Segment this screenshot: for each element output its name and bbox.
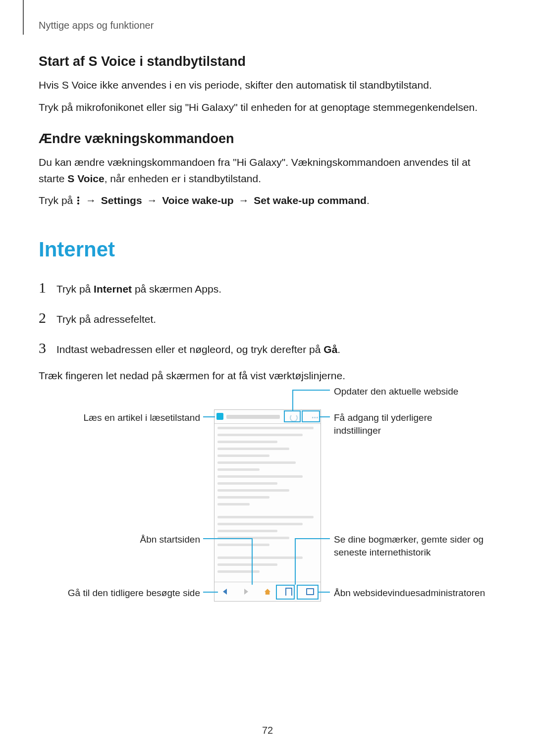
wake-period: . [367,195,370,206]
lead-refresh-h [292,390,330,391]
reader-mode-icon[interactable] [216,413,223,420]
wake-p1-b: , når enheden er i standbytilstand. [105,173,261,184]
cap-tabs: Åbn websidevinduesadministratoren [334,587,497,600]
step-1-pre: Tryk på [56,283,94,295]
step-1: 1 Tryk på Internet på skærmen Apps. [39,276,496,299]
heading-standby: Start af S Voice i standbytilstand [39,54,496,69]
breadcrumb: Nyttige apps og funktioner [39,20,496,31]
hi-more [302,410,320,422]
wake-p1-bold: S Voice [67,173,104,184]
step-2-num: 2 [39,306,47,329]
nav-forward-icon[interactable] [242,588,250,596]
wake-tap-line: Tryk på → Settings → Voice wake-up → Set… [39,193,496,210]
lead-tabs-h [319,592,330,593]
wake-settings: Settings [101,195,142,206]
step-1-bold: Internet [94,283,132,295]
hi-bookmarks [276,585,295,600]
svg-point-2 [77,202,79,204]
cap-home: Åbn startsiden [49,533,200,546]
internet-tip: Træk fingeren let nedad på skærmen for a… [39,368,496,384]
hi-tabs [297,585,319,600]
lead-more-h [320,416,330,417]
heading-wake: Ændre vækningskommandoen [39,131,496,147]
step-3-num: 3 [39,337,47,359]
nav-home-icon[interactable] [264,588,271,596]
lead-home-h1 [203,538,215,539]
lead-book-v [295,538,296,585]
arrow-2: → [145,195,159,206]
lead-reader-h [203,416,215,417]
step-2-pre: Tryk på adressefeltet. [56,311,156,327]
cap-reader: Læs en artikel i læsetilstand [49,411,200,424]
address-text-blur [226,415,280,419]
step-3-pre: Indtast webadressen eller et nøgleord, o… [56,344,323,355]
cap-back: Gå til den tidligere besøgte side [49,587,200,600]
wake-voice: Voice wake-up [162,195,233,206]
wake-p1: Du kan ændre vækningskommandoen fra "Hi … [39,154,496,187]
step-1-num: 1 [39,276,47,299]
lead-home-h2 [215,538,252,539]
standby-p1: Hvis S Voice ikke anvendes i en vis peri… [39,77,496,94]
cap-more: Få adgang til yderligere indstillinger [334,411,463,437]
cap-bookmarks: Se dine bogmærker, gemte sider og senest… [334,533,492,558]
step-1-post: på skærmen Apps. [132,283,221,295]
page-number: 72 [0,725,535,736]
cap-refresh: Opdater den aktuelle webside [334,385,458,398]
step-3-bold: Gå [323,344,337,355]
step-3: 3 Indtast webadressen eller et nøgleord,… [39,337,496,359]
arrow-1: → [84,195,98,206]
standby-p2: Tryk på mikrofonikonet eller sig "Hi Gal… [39,100,496,116]
more-options-icon [76,194,81,210]
hi-refresh [284,410,301,422]
heading-internet: Internet [39,238,496,261]
lead-home-v [252,538,253,585]
lead-book-h1 [295,538,330,539]
svg-point-1 [77,200,79,202]
arrow-3: → [236,195,251,206]
nav-back-icon[interactable] [221,588,229,596]
step-3-post: . [337,344,340,355]
step-2: 2 Tryk på adressefeltet. [39,306,496,329]
margin-rule [23,0,24,35]
wake-setcmd: Set wake-up command [254,195,367,206]
wake-tap-prefix: Tryk på [39,195,76,206]
lead-back-h [203,592,218,593]
browser-mock: ••• [214,409,321,602]
svg-point-0 [77,197,79,199]
browser-figure: ••• [39,390,499,627]
page-content-blur [217,427,318,577]
internet-steps: 1 Tryk på Internet på skærmen Apps. 2 Tr… [39,276,496,359]
lead-refresh-v [292,390,293,410]
